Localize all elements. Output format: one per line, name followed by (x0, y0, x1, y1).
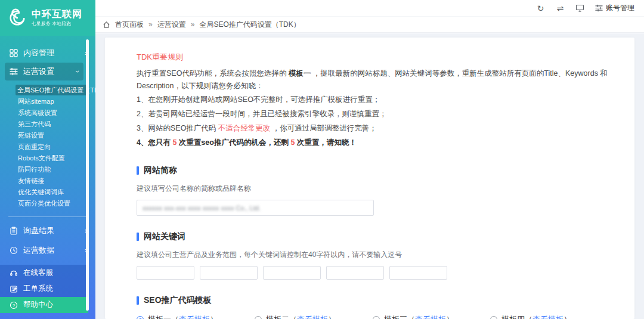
keywords-inputs-row (137, 266, 611, 280)
paren: （ (171, 314, 179, 319)
breadcrumb-separator: » (191, 20, 195, 29)
sidebar-subitem-robots[interactable]: Robots文件配置 (0, 153, 95, 164)
paren: （ (525, 314, 532, 319)
breadcrumb-separator: » (148, 20, 153, 29)
sidebar-subitem-advanced-settings[interactable]: 系统高级设置 (0, 107, 95, 119)
sidebar-item-inquiry-results[interactable]: 询盘结果 › (0, 221, 95, 240)
radio-icon[interactable] (255, 316, 262, 319)
rule-4-post: 次重置，请知晓！ (295, 138, 356, 147)
tdk-settings-card: TDK重要规则 执行重置SEO代码功能，系统会按照您选择的 模板一 ，提取最新的… (105, 38, 634, 319)
rule-item-1: 1、在您刚开始创建网站或网站SEO不完整时，可选择推广模板进行重置； (137, 92, 611, 107)
keyword-input-2[interactable] (200, 266, 258, 280)
site-name-input[interactable]: xxxxxx xxx-xxx xxxx xxxxx xxxx Co., Ltd. (137, 200, 374, 216)
radio-icon[interactable] (373, 316, 380, 319)
template-radio-4[interactable]: 模板四 （查看模板） (490, 314, 608, 319)
main-area: TDK重要规则 执行重置SEO代码功能，系统会按照您选择的 模板一 ，提取最新的… (95, 33, 644, 319)
view-template-link[interactable]: 查看模板 (179, 314, 210, 319)
account-management-label: 账号管理 (606, 3, 634, 13)
question-icon: ? (10, 301, 18, 309)
rule-item-3: 3、网站的SEO推广代码 不适合经常更改 ，你可通过局部调整进行完善； (137, 121, 611, 135)
sidebar-item-label: 询盘结果 (23, 225, 54, 236)
quick-item-label: 工单系统 (23, 284, 53, 294)
brand-spiral-logo-icon (7, 8, 27, 28)
sidebar-subitem-tdk[interactable]: 全局SEO推广代码设置（TDK） (16, 85, 87, 95)
brand-text: 中环互联网 七星服务 本地陪跑 (32, 9, 82, 27)
sidebar-item-help-center[interactable]: ? 帮助中心 (0, 297, 88, 313)
sidebar-item-operation-data[interactable]: 运营数据 › (0, 240, 95, 260)
view-template-link[interactable]: 查看模板 (297, 314, 328, 319)
rule-4-mid: 次重置seo推广代码的机会，还剩 (177, 138, 290, 147)
sidebar-menu: 内容管理 › 运营设置 › 全局SEO推广代码设置（TDK） 网站sitemap… (0, 36, 95, 319)
paren: ） (210, 314, 218, 319)
section-templates: SEO推广代码模板 (137, 295, 611, 306)
grid-icon (10, 49, 18, 57)
sidebar-item-online-support[interactable]: 在线客服 (0, 265, 88, 281)
app-window: 中环互联网 七星服务 本地陪跑 内容管理 › 运营设置 › 全局SEO推广代码 (0, 0, 644, 319)
sidebar-subitem-thirdparty-code[interactable]: 第三方代码 (0, 119, 95, 130)
breadcrumb: 首页面板 » 运营设置 » 全局SEO推广代码设置（TDK） (95, 17, 644, 33)
template-label: 模板一 (148, 314, 171, 319)
sidebar-subitem-antipeer[interactable]: 防同行功能 (0, 164, 95, 175)
breadcrumb-item-current: 全局SEO推广代码设置（TDK） (199, 20, 300, 30)
section-keywords: 网站关键词 (137, 231, 611, 242)
sidebar-item-label: 运营设置 (23, 66, 54, 77)
template-label: 模板二 (266, 314, 289, 319)
sidebar-subitem-redirect[interactable]: 页面重定向 (0, 141, 95, 153)
sidebar-subitem-keyword-library[interactable]: 优化关键词词库 (0, 187, 95, 198)
brand-tagline: 七星服务 本地陪跑 (32, 21, 82, 27)
keyword-input-4[interactable] (326, 266, 384, 280)
paren: ） (328, 314, 336, 319)
section-accent-bar (137, 296, 139, 305)
refresh-icon[interactable]: ↻ (536, 4, 545, 13)
brand-header: 中环互联网 七星服务 本地陪跑 (0, 0, 95, 36)
ticket-icon (10, 285, 18, 293)
rules-title: TDK重要规则 (137, 52, 611, 63)
operation-settings-submenu: 全局SEO推广代码设置（TDK） 网站sitemap 系统高级设置 第三方代码 … (0, 80, 95, 212)
keyword-input-3[interactable] (263, 266, 321, 280)
sidebar-divider (8, 216, 87, 217)
keywords-title: 网站关键词 (144, 231, 185, 242)
sidebar-item-content-management[interactable]: 内容管理 › (0, 43, 95, 63)
section-site-name: 网站简称 (137, 165, 611, 176)
sidebar-subitem-deadlink[interactable]: 死链设置 (0, 130, 95, 141)
radio-selected-icon[interactable] (137, 316, 144, 319)
swap-icon[interactable]: ⇌ (556, 4, 565, 13)
sidebar-scrollbar[interactable] (86, 39, 89, 311)
sidebar-item-operation-settings[interactable]: 运营设置 › (5, 63, 83, 80)
sidebar-subitem-sitemap[interactable]: 网站sitemap (0, 96, 95, 107)
monitor-icon[interactable] (575, 4, 584, 13)
keyword-input-1[interactable] (137, 266, 194, 280)
account-management-button[interactable]: 账号管理 (595, 3, 634, 13)
view-template-link[interactable]: 查看模板 (415, 314, 446, 319)
template-radio-2[interactable]: 模板二 （查看模板） (255, 314, 373, 319)
sidebar-subitem-page-category-seo[interactable]: 页面分类优化设置 (0, 198, 95, 209)
breadcrumb-item-home[interactable]: 首页面板 (115, 20, 144, 30)
breadcrumb-item-operation-settings[interactable]: 运营设置 (157, 20, 186, 30)
rule-item-4: 4、您只有 5 次重置seo推广代码的机会，还剩 5 次重置，请知晓！ (137, 135, 611, 150)
radio-icon[interactable] (490, 316, 497, 319)
paren: ） (564, 314, 571, 319)
site-name-value-blurred: xxxxxx xxx-xxx xxxx xxxxx xxxx Co., Ltd. (143, 205, 261, 212)
sliders-icon (10, 67, 18, 76)
template-radio-1[interactable]: 模板一 （查看模板） (137, 314, 255, 319)
paren: （ (407, 314, 415, 319)
sidebar-item-ticket-system[interactable]: 工单系统 (0, 281, 88, 297)
paren: ） (446, 314, 454, 319)
template-radio-3[interactable]: 模板三 （查看模板） (373, 314, 490, 319)
rules-intro-template-name: 模板一 (289, 69, 311, 78)
template-option-2: 模板二 （查看模板） 适用类型：通用 (255, 314, 373, 319)
site-name-hint: 建议填写公司名称的简称或品牌名称 (137, 184, 611, 194)
site-name-title: 网站简称 (144, 165, 177, 176)
rule-3-pre: 3、网站的SEO推广代码 (137, 124, 218, 132)
sidebar: 中环互联网 七星服务 本地陪跑 内容管理 › 运营设置 › 全局SEO推广代码 (0, 0, 95, 319)
keyword-input-5[interactable] (389, 266, 447, 280)
view-template-link[interactable]: 查看模板 (532, 314, 564, 319)
brand-name: 中环互联网 (32, 9, 82, 20)
rule-3-warning: 不适合经常更改 (218, 124, 271, 132)
template-option-3: 模板三 （查看模板） 适用类型：通用 (373, 314, 490, 319)
quick-item-label: 帮助中心 (23, 300, 53, 310)
rules-intro: 执行重置SEO代码功能，系统会按照您选择的 模板一 ，提取最新的网站标题、网站关… (137, 67, 611, 92)
sidebar-item-logout[interactable]: 退出登录 (0, 315, 95, 319)
sidebar-subitem-friendlinks[interactable]: 友情链接 (0, 175, 95, 187)
topbar-actions: ↻ ⇌ 账号管理 (95, 0, 644, 17)
